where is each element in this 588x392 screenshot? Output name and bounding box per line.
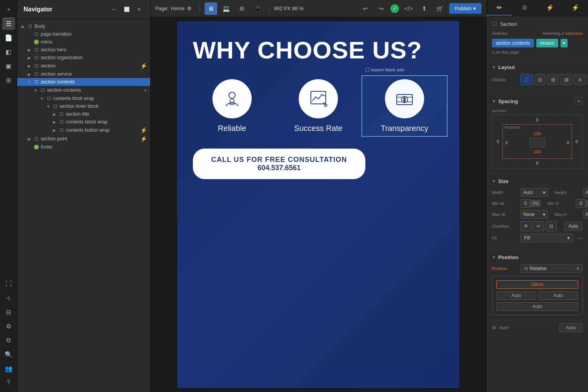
code-btn[interactable]: </> — [402, 2, 415, 15]
width-select[interactable]: Auto ▾ — [521, 188, 548, 197]
nav-minimize-icon[interactable]: — — [109, 5, 119, 14]
grid-view-btn[interactable]: ⊞ — [236, 2, 249, 15]
add-point-icon[interactable]: ⚡ — [140, 136, 147, 142]
padding-top-value[interactable]: 100 — [534, 131, 541, 136]
size-section-title[interactable]: ▼ Size — [492, 178, 583, 184]
animations-tab[interactable]: ⚡ — [563, 0, 588, 16]
chip-section-contents[interactable]: section contents — [492, 39, 534, 47]
nav-item-menu[interactable]: 🟢 menu — [17, 38, 150, 46]
margin-bottom-value[interactable]: 0 — [536, 161, 538, 165]
layers-icon[interactable]: ◧ — [2, 45, 15, 58]
on-this-page: 1 on this page — [492, 50, 583, 54]
display-flex-v-btn[interactable]: ⊞ — [547, 74, 559, 85]
style-tab[interactable]: ✏ — [486, 0, 512, 16]
position-left-value[interactable]: Auto — [496, 291, 536, 300]
nav-item-body[interactable]: ▶ ☐ Body — [17, 22, 150, 30]
margin-top-value[interactable]: 0 — [536, 118, 538, 122]
add-section-icon[interactable]: ⚡ — [140, 63, 147, 69]
margin-left-value[interactable]: 0 — [495, 139, 501, 144]
nav-expand-icon[interactable]: ⬜ — [122, 5, 131, 14]
display-flex-h-btn[interactable]: ⊟ — [534, 74, 546, 85]
interactions-tab[interactable]: ⚡ — [537, 0, 563, 16]
fit-select[interactable]: Fill ▾ — [521, 234, 573, 242]
chip-reason[interactable]: reason — [536, 39, 559, 47]
spacing-section-title[interactable]: ▼ Spacing ⟲ — [492, 97, 583, 105]
position-top-value[interactable]: 160vh — [496, 280, 578, 289]
nav-item-section-contents[interactable]: ▼ ☐ section contents — [17, 78, 150, 86]
nav-item-section[interactable]: ▶ ☐ section ⚡ — [17, 62, 150, 70]
nav-item-contents-book-wrap[interactable]: ▼ ☐ contents book wrap — [17, 94, 150, 102]
grid-icon[interactable]: ⊟ — [2, 306, 15, 318]
overflow-auto-btn[interactable]: Auto — [564, 222, 583, 230]
nav-item-section-point[interactable]: ▶ ☐ section point ⚡ — [17, 134, 150, 143]
height-select[interactable]: Auto ▾ — [583, 188, 588, 197]
minh-unit[interactable]: PX — [586, 200, 588, 207]
layout-section-title[interactable]: ▼ Layout — [492, 64, 583, 70]
cta-button[interactable]: CALL US FOR FREE CONSULTATION 604.537.65… — [193, 149, 365, 179]
minh-value[interactable]: 0 — [576, 199, 586, 208]
page-menu-icon[interactable]: ⚙ — [187, 5, 192, 11]
padding-bottom-value[interactable]: 100 — [534, 149, 541, 154]
itself-value[interactable]: Auto — [559, 323, 583, 332]
position-section-title[interactable]: ▼ Position — [492, 254, 583, 260]
nav-item-section-organization[interactable]: ▶ ☐ section organization — [17, 54, 150, 62]
nav-item-section-service[interactable]: ▶ ☐ section service — [17, 70, 150, 78]
help-icon[interactable]: ? — [2, 376, 15, 389]
nav-item-section-title[interactable]: ▶ ☐ section title — [17, 110, 150, 118]
display-grid-btn[interactable]: ⊠ — [561, 74, 572, 85]
position-bottom-value[interactable]: Auto — [496, 302, 578, 311]
add-inner-icon[interactable]: + — [144, 87, 147, 93]
nav-item-section-inner-block[interactable]: ▼ ☐ section inner block — [17, 102, 150, 110]
feature-reliable[interactable]: Reliable — [193, 79, 271, 133]
nav-item-page-transition[interactable]: ☐ page transition — [17, 30, 150, 38]
more-options-icon[interactable]: ⋯ — [576, 234, 583, 242]
nav-item-section-hero[interactable]: ▶ ☐ section hero — [17, 46, 150, 54]
undo-btn[interactable]: ↩ — [359, 2, 372, 15]
mobile-view-btn[interactable]: 📱 — [252, 2, 264, 15]
maxh-select[interactable]: None ▾ — [583, 210, 588, 219]
settings-icon[interactable]: ⚙ — [2, 320, 15, 332]
nav-close-icon[interactable]: ✕ — [134, 5, 144, 14]
publish-button[interactable]: Publish ▾ — [449, 3, 481, 14]
minw-value[interactable]: 0 — [521, 199, 530, 208]
nav-item-contents-button-wrap[interactable]: ▶ ☐ contents button wrap ⚡ — [17, 126, 150, 134]
overflow-visible-btn[interactable]: 👁 — [521, 221, 532, 231]
settings-tab[interactable]: ⚙ — [512, 0, 537, 16]
position-select[interactable]: ⊞ Relative ▾ — [521, 264, 583, 273]
desktop-view-btn[interactable]: 🖥 — [205, 2, 217, 15]
nav-item-section-contents-inner[interactable]: ▼ ☐ section contents + — [17, 86, 150, 94]
margin-right-value[interactable]: 0 — [573, 139, 580, 144]
position-right-value[interactable]: Auto — [539, 291, 579, 300]
nav-item-contents-block-wrap[interactable]: ▶ ☐ contents block wrap — [17, 118, 150, 126]
display-text-btn[interactable]: A — [574, 74, 586, 85]
pages-icon[interactable]: 📄 — [2, 31, 15, 44]
components-icon[interactable]: ⊞ — [2, 74, 15, 86]
add-button-icon[interactable]: ⚡ — [140, 127, 147, 133]
assets-icon[interactable]: ▣ — [2, 60, 15, 72]
tablet-view-btn[interactable]: 💻 — [220, 2, 233, 15]
navigator-icon[interactable]: ☰ — [2, 17, 15, 30]
layers2-icon[interactable]: ⧉ — [2, 334, 15, 347]
selector-icon[interactable]: ⊹ — [2, 292, 15, 304]
display-label: Display — [492, 77, 517, 82]
padding-right-value[interactable]: 0 — [567, 140, 569, 145]
padding-left-value[interactable]: 0 — [505, 140, 508, 145]
add-icon[interactable]: ＋ — [2, 3, 15, 16]
feature-transparency[interactable]: reason block solo $ — [365, 79, 444, 133]
ecommerce-btn[interactable]: 🛒 — [434, 2, 446, 15]
export-btn[interactable]: ⬆ — [418, 2, 430, 15]
crop-icon[interactable]: ⛶ — [2, 278, 15, 290]
maxw-select[interactable]: None ▾ — [521, 210, 548, 219]
nav-item-footer[interactable]: 🟢 footer — [17, 143, 150, 151]
overflow-scroll-btn[interactable]: ⊟ — [546, 221, 557, 231]
users-icon[interactable]: 👥 — [2, 362, 15, 375]
redo-btn[interactable]: ↪ — [375, 2, 387, 15]
feature-success-rate[interactable]: Success Rate — [279, 79, 358, 133]
chip-dropdown[interactable]: ▾ — [561, 39, 568, 47]
nav-tree: ▶ ☐ Body ☐ page transition 🟢 menu ▶ ☐ se… — [17, 19, 150, 392]
display-block-btn[interactable]: ☐ — [521, 74, 532, 85]
minw-unit[interactable]: PX — [530, 200, 541, 207]
overflow-hidden-btn[interactable]: ✏ — [533, 221, 544, 231]
search-icon[interactable]: 🔍 — [2, 348, 15, 361]
spacing-reset-icon[interactable]: ⟲ — [575, 97, 583, 105]
